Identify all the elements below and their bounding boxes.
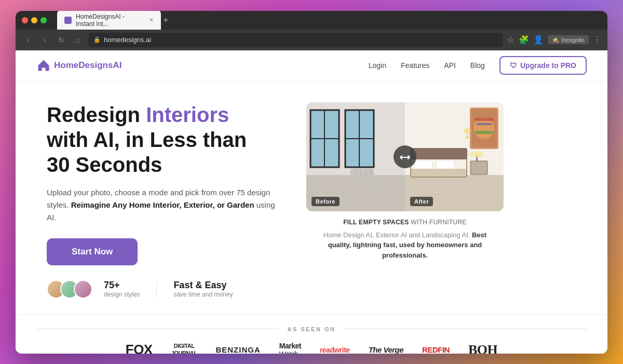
page-content: HomeDesignsAI Login Features API Blog 🛡 … [16, 50, 607, 354]
logo-ai: AI [113, 60, 121, 70]
svg-rect-23 [475, 118, 493, 121]
browser-titlebar: HomeDesignsAI - Instant Int... ✕ + [16, 11, 607, 30]
title-accent: Interiors [146, 103, 229, 126]
stat-speed: Fast & Easy save time and money [173, 280, 233, 298]
logo[interactable]: HomeDesignsAI [36, 58, 121, 73]
logo-icon [36, 58, 51, 73]
logo-text: HomeDesignsAI [54, 60, 121, 71]
shield-icon: 🛡 [510, 61, 517, 70]
tab-close-button[interactable]: ✕ [149, 17, 154, 23]
tab-title: HomeDesignsAI - Instant Int... [76, 13, 143, 28]
stat-label-styles: design styles [104, 291, 140, 298]
nav-login[interactable]: Login [369, 61, 386, 70]
svg-rect-24 [477, 123, 492, 125]
back-button[interactable]: ‹ [22, 36, 34, 44]
site-nav: HomeDesignsAI Login Features API Blog 🛡 … [16, 50, 607, 82]
svg-rect-11 [350, 169, 374, 178]
hero-section: Redesign Interiors with AI, in Less than… [16, 82, 607, 314]
nav-features[interactable]: Features [401, 61, 429, 70]
media-logos-row: FOX DIGITALJOURNAL BENZINGA MarketWatch … [36, 342, 587, 354]
extensions-icon[interactable]: 🧩 [519, 35, 529, 45]
hero-left: Redesign Interiors with AI, in Less than… [47, 102, 275, 299]
caption-rest: WITH FURNITURE [411, 219, 467, 226]
logo-home: Home [54, 60, 78, 70]
after-image: After [405, 102, 504, 211]
stat-num-speed: Fast & Easy [173, 280, 233, 291]
nav-blog[interactable]: Blog [470, 61, 485, 70]
bookmark-icon[interactable]: ☆ [507, 35, 514, 45]
svg-rect-34 [471, 162, 486, 173]
image-caption: FILL EMPTY SPACES WITH FURNITURE [306, 219, 504, 226]
svg-point-36 [469, 151, 484, 157]
title-part2: with AI, in Less than 30 Seconds [47, 128, 247, 176]
benzinga-logo: BENZINGA [215, 345, 260, 354]
browser-window: HomeDesignsAI - Instant Int... ✕ + ‹ › ↻… [16, 11, 607, 354]
before-label: Before [312, 197, 340, 206]
hero-title: Redesign Interiors with AI, in Less than… [47, 102, 275, 177]
svg-point-26 [464, 128, 470, 134]
stat-styles: 75+ design styles [104, 280, 140, 298]
active-tab[interactable]: HomeDesignsAI - Instant Int... ✕ [57, 11, 161, 31]
after-label: After [410, 197, 433, 206]
reload-button[interactable]: ↻ [55, 36, 67, 44]
readwrite-logo: readwrite [320, 346, 350, 354]
profile-icon[interactable]: 👤 [533, 35, 544, 45]
as-seen-text: AS SEEN ON [288, 326, 336, 332]
avatar-3 [74, 280, 92, 299]
image-comparison: Before [306, 102, 504, 211]
main-content: Redesign Interiors with AI, in Less than… [16, 82, 607, 354]
browser-toolbar: ‹ › ↻ ⌂ 🔒 homedesigns.ai ☆ 🧩 👤 🕵 Incogni… [16, 30, 607, 50]
minimize-button[interactable] [31, 17, 37, 23]
stats-row: 75+ design styles Fast & Easy save time … [47, 280, 275, 299]
hero-right: Before [306, 102, 504, 261]
redfin-logo: REDFIN [422, 345, 450, 354]
title-part1: Redesign [47, 103, 146, 126]
incognito-label: Incognito [561, 37, 585, 43]
svg-rect-25 [475, 131, 493, 134]
upgrade-button[interactable]: 🛡 Upgrade to PRO [499, 56, 587, 75]
address-bar[interactable]: 🔒 homedesigns.ai [88, 33, 503, 47]
forward-button[interactable]: › [38, 36, 51, 44]
avatar-group [47, 280, 87, 299]
home-button[interactable]: ⌂ [72, 36, 84, 44]
desc-bold: Reimagine Any Home Interior, Exterior, o… [71, 200, 254, 209]
nav-api[interactable]: API [444, 61, 456, 70]
stat-label-speed: save time and money [173, 291, 233, 298]
fox-logo: FOX [126, 342, 153, 354]
tagline-text: Home Design AI, Exterior AI and Landscap… [323, 231, 472, 239]
svg-rect-32 [410, 148, 467, 159]
verge-logo: The Verge [369, 345, 403, 354]
as-seen-on-section: AS SEEN ON FOX DIGITALJOURNAL BENZINGA M… [16, 314, 607, 354]
logo-designs: Designs [78, 60, 113, 70]
as-seen-label: AS SEEN ON [36, 326, 587, 332]
marketwatch-logo: MarketWatch [279, 342, 301, 354]
start-now-button[interactable]: Start Now [47, 238, 138, 265]
toolbar-right: ☆ 🧩 👤 🕵 Incognito ⋮ [507, 35, 601, 45]
incognito-badge: 🕵 Incognito [548, 35, 589, 44]
caption-bold: FILL EMPTY SPACES [343, 219, 409, 226]
tab-bar: HomeDesignsAI - Instant Int... ✕ + [57, 11, 169, 31]
close-button[interactable] [22, 17, 28, 23]
upgrade-label: Upgrade to PRO [520, 61, 576, 70]
image-tagline: Home Design AI, Exterior AI and Landscap… [317, 230, 493, 261]
svg-rect-31 [411, 169, 466, 177]
maximize-button[interactable] [40, 17, 47, 23]
traffic-lights [22, 17, 47, 23]
menu-icon[interactable]: ⋮ [593, 35, 601, 45]
hero-description: Upload your photo, choose a mode and pic… [47, 186, 275, 224]
url-text: homedesigns.ai [104, 36, 151, 44]
incognito-icon: 🕵 [552, 36, 559, 43]
new-tab-button[interactable]: + [163, 16, 169, 25]
lock-icon: 🔒 [93, 36, 101, 43]
tab-favicon [64, 17, 72, 24]
digital-journal-logo: DIGITALJOURNAL [171, 343, 197, 353]
stat-divider [156, 281, 157, 297]
stat-num-styles: 75+ [104, 280, 140, 291]
before-image: Before [306, 102, 405, 211]
boh-logo: BOH [468, 342, 497, 354]
swap-button[interactable] [394, 145, 416, 168]
nav-links: Login Features API Blog 🛡 Upgrade to PRO [369, 56, 587, 75]
